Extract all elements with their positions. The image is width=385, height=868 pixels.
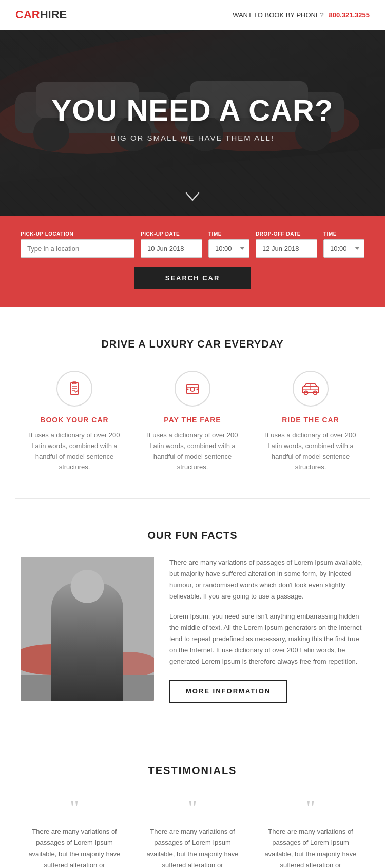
logo-hire: HIRE — [40, 8, 67, 21]
hero-subtitle: BIG OR SMALL WE HAVE THEM ALL! — [52, 133, 334, 142]
dropoff-time-field-group: TIME 10:00 11:00 12:00 — [323, 231, 364, 258]
svg-point-18 — [187, 389, 189, 390]
logo: CARHIRE — [15, 8, 67, 22]
svg-point-38 — [80, 612, 84, 616]
feature-label-0: BOOK YOUR CAR — [26, 416, 123, 424]
feature-icon-wrap-0 — [56, 371, 92, 407]
feature-desc-0: It uses a dictionary of over 200 Latin w… — [26, 430, 123, 473]
feature-item-2: RIDE THE CAR It uses a dictionary of ove… — [257, 371, 364, 473]
svg-point-32 — [69, 589, 105, 612]
features-title: DRIVE A LUXURY CAR EVERYDAY — [21, 338, 364, 350]
pickup-date-label: PICK-UP DATE — [141, 231, 202, 237]
svg-point-19 — [197, 389, 198, 390]
quote-icon-0: " — [26, 797, 123, 820]
svg-rect-35 — [85, 634, 89, 660]
svg-rect-36 — [51, 636, 80, 647]
location-input[interactable] — [21, 239, 134, 258]
testimonial-item-2: " There are many variations of passages … — [257, 797, 364, 868]
book-car-icon — [66, 380, 83, 397]
facts-image — [21, 557, 154, 701]
facts-content: There are many variations of passages of… — [21, 557, 364, 703]
testimonial-text-2: There are many variations of passages of… — [262, 826, 359, 868]
facts-person-svg — [21, 557, 154, 701]
phone-info: WANT TO BOOK BY PHONE? 800.321.3255 — [233, 11, 370, 19]
facts-title: OUR FUN FACTS — [21, 530, 364, 542]
hero-section: YOU NEED A CAR? BIG OR SMALL WE HAVE THE… — [0, 0, 385, 216]
svg-point-16 — [190, 387, 195, 391]
pickup-time-label: TIME — [208, 231, 249, 237]
more-info-button[interactable]: MORE INFORMATION — [169, 680, 287, 703]
pickup-time-select[interactable]: 10:00 11:00 12:00 — [208, 239, 249, 258]
location-label: PICK-UP LOCATION — [21, 231, 134, 237]
features-grid: BOOK YOUR CAR It uses a dictionary of ov… — [21, 371, 364, 473]
location-field-group: PICK-UP LOCATION — [21, 231, 134, 258]
facts-paragraph-1: There are many variations of passages of… — [169, 557, 364, 602]
hero-content: YOU NEED A CAR? BIG OR SMALL WE HAVE THE… — [52, 73, 334, 143]
logo-car: CAR — [15, 8, 40, 21]
pickup-date-input[interactable] — [141, 239, 202, 258]
dropoff-date-field-group: DROP-OFF DATE — [256, 231, 317, 258]
testimonials-title: TESTIMONIALS — [21, 765, 364, 777]
header: CARHIRE WANT TO BOOK BY PHONE? 800.321.3… — [0, 0, 385, 30]
quote-icon-2: " — [262, 797, 359, 820]
facts-text: There are many variations of passages of… — [169, 557, 364, 703]
phone-prompt: WANT TO BOOK BY PHONE? — [233, 11, 324, 19]
svg-rect-29 — [21, 675, 154, 701]
svg-point-31 — [69, 594, 105, 633]
feature-item-1: PAY THE FARE It uses a dictionary of ove… — [139, 371, 246, 473]
feature-label-2: RIDE THE CAR — [262, 416, 359, 424]
feature-item-0: BOOK YOUR CAR It uses a dictionary of ov… — [21, 371, 128, 473]
svg-point-28 — [98, 652, 154, 678]
pickup-time-field-group: TIME 10:00 11:00 12:00 — [208, 231, 249, 258]
testimonials-section: TESTIMONIALS " There are many variations… — [0, 734, 385, 868]
facts-section: OUR FUN FACTS — [0, 499, 385, 734]
svg-point-39 — [90, 612, 94, 616]
phone-number[interactable]: 800.321.3255 — [329, 11, 370, 19]
dropoff-time-select[interactable]: 10:00 11:00 12:00 — [323, 239, 364, 258]
feature-icon-wrap-1 — [175, 371, 210, 407]
search-fields: PICK-UP LOCATION PICK-UP DATE TIME 10:00… — [21, 231, 364, 258]
search-btn-wrap: SEARCH CAR — [21, 267, 364, 289]
dropoff-time-label: TIME — [323, 231, 364, 237]
feature-desc-1: It uses a dictionary of over 200 Latin w… — [144, 430, 241, 473]
svg-marker-33 — [64, 624, 87, 701]
testimonial-text-1: There are many variations of passages of… — [144, 826, 241, 868]
dropoff-date-label: DROP-OFF DATE — [256, 231, 317, 237]
svg-rect-30 — [64, 624, 110, 690]
hero-arrow — [185, 191, 200, 204]
feature-icon-wrap-2 — [293, 371, 329, 407]
dropoff-date-input[interactable] — [256, 239, 317, 258]
testimonial-item-0: " There are many variations of passages … — [21, 797, 128, 868]
svg-point-27 — [21, 644, 92, 675]
svg-rect-37 — [95, 636, 123, 647]
svg-marker-34 — [87, 624, 110, 701]
search-button[interactable]: SEARCH CAR — [134, 267, 251, 289]
features-section: DRIVE A LUXURY CAR EVERYDAY BOOK YOUR CA… — [0, 307, 385, 498]
testimonials-grid: " There are many variations of passages … — [21, 797, 364, 868]
feature-label-1: PAY THE FARE — [144, 416, 241, 424]
ride-car-icon — [301, 381, 320, 396]
feature-desc-2: It uses a dictionary of over 200 Latin w… — [262, 430, 359, 473]
quote-icon-1: " — [144, 797, 241, 820]
search-section: PICK-UP LOCATION PICK-UP DATE TIME 10:00… — [0, 216, 385, 307]
facts-paragraph-2: Lorem Ipsum, you need sure isn't anythin… — [169, 611, 364, 667]
hero-title: YOU NEED A CAR? — [52, 94, 334, 127]
testimonial-item-1: " There are many variations of passages … — [139, 797, 246, 868]
testimonial-text-0: There are many variations of passages of… — [26, 826, 123, 868]
pickup-date-field-group: PICK-UP DATE — [141, 231, 202, 258]
pay-fare-icon — [184, 380, 201, 397]
